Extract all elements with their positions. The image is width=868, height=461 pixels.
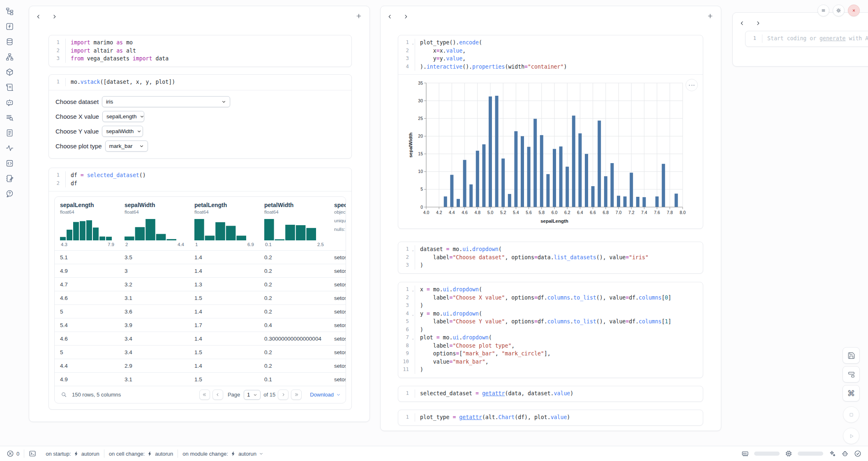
code-line[interactable]: 1selected_dataset = getattr(data, datase… [398, 390, 703, 398]
packages-icon[interactable] [5, 68, 14, 76]
y-value-select[interactable]: sepalWidth [102, 126, 143, 137]
code-cell-plot[interactable]: 1⌄plot_type().encode(2 x=x.value,3 y=y.v… [398, 35, 703, 229]
table-column-header[interactable]: sepalLengthfloat644.37.9 [55, 197, 119, 250]
table-column-header[interactable]: petalLengthfloat6416.9 [189, 197, 259, 250]
documentation-icon[interactable] [5, 83, 14, 92]
code-line[interactable]: 1plot_type = getattr(alt.Chart(df), plot… [398, 413, 703, 422]
keyboard-shortcuts-button[interactable]: ⌘ [843, 385, 860, 401]
code-line[interactable]: 4⌄y = mo.ui.dropdown( [398, 310, 703, 318]
code-line[interactable]: 2 label="Choose X value", options=df.col… [398, 294, 703, 302]
table-row[interactable]: 4.93.11.50.1setosa [55, 372, 346, 386]
code-line[interactable]: 1⌄x = mo.ui.dropdown( [398, 286, 703, 294]
table-column-header[interactable]: petalWidthfloat640.12.5 [259, 197, 329, 250]
check-circle-icon[interactable] [854, 450, 861, 457]
stop-button[interactable] [843, 406, 859, 423]
first-page-button[interactable] [199, 390, 210, 400]
code-line[interactable]: 2 x=x.value, [398, 47, 703, 55]
chevron-left-icon[interactable] [387, 14, 392, 19]
code-line[interactable]: 3) [398, 302, 703, 310]
scratchpad-icon[interactable] [5, 174, 14, 183]
prev-page-button[interactable] [212, 390, 223, 400]
plot-type-select[interactable]: mark_bar [105, 141, 148, 152]
functions-icon[interactable] [5, 22, 14, 31]
code-line[interactable]: 3 y=y.value, [398, 55, 703, 63]
tracing-icon[interactable] [5, 144, 14, 152]
gear-icon[interactable] [833, 5, 845, 16]
search-icon[interactable] [61, 392, 67, 398]
code-line[interactable]: 3from vega_datasets import data [49, 55, 351, 63]
code-line[interactable]: 2import altair as alt [49, 47, 351, 55]
run-button[interactable] [843, 428, 859, 444]
code-line[interactable]: 1⌄plot_type().encode( [398, 39, 703, 47]
code-cell-xy-plot-dropdowns[interactable]: 1⌄x = mo.ui.dropdown(2 label="Choose X v… [398, 282, 703, 378]
code-cell-dataset-dropdown[interactable]: 1⌄dataset = mo.ui.dropdown(2 label="Choo… [398, 242, 703, 274]
code-line[interactable]: 1import marimo as mo [49, 39, 351, 47]
code-line[interactable]: 2df [49, 180, 351, 188]
add-cell-icon[interactable] [707, 13, 713, 19]
download-button[interactable]: Download [310, 392, 341, 398]
menu-icon[interactable] [817, 5, 829, 16]
table-row[interactable]: 4.42.91.40.2setosa [55, 359, 346, 372]
code-line[interactable]: 1Start coding or generate with AI. [746, 35, 868, 43]
code-cell-imports[interactable]: 1import marimo as mo2import altair as al… [48, 35, 352, 67]
code-line[interactable]: 6) [398, 326, 703, 334]
add-cell-icon[interactable] [356, 13, 362, 19]
table-row[interactable]: 4.931.40.2setosa [55, 264, 346, 277]
bot-icon[interactable] [841, 450, 849, 457]
code-line[interactable]: 4).interactive().properties(width="conta… [398, 63, 703, 71]
code-cell-vstack[interactable]: 1mo.vstack([dataset, x, y, plot]) Choose… [48, 74, 352, 159]
chevron-right-icon[interactable] [52, 14, 57, 19]
dependency-graph-icon[interactable] [5, 53, 14, 61]
code-cell-selected-dataset[interactable]: 1selected_dataset = getattr(data, datase… [398, 386, 703, 402]
chevron-left-icon[interactable] [739, 20, 745, 25]
table-column-header[interactable]: speciesobjectunique:nulls: [329, 197, 346, 250]
dataset-select[interactable]: iris [102, 96, 230, 107]
variables-icon[interactable] [5, 113, 14, 122]
datasources-icon[interactable] [5, 37, 14, 46]
outline-icon[interactable] [5, 159, 14, 168]
table-row[interactable]: 5.13.51.40.2setosa [55, 250, 346, 264]
chevron-right-icon[interactable] [403, 14, 409, 19]
bar-chart[interactable]: 4.04.24.44.64.85.05.25.45.65.86.06.26.46… [404, 78, 686, 227]
next-page-button[interactable] [278, 390, 289, 400]
code-cell-dataframe[interactable]: 1df = selected_dataset()2df sepalLengthf… [48, 168, 352, 410]
code-line[interactable]: 1⌄dataset = mo.ui.dropdown( [398, 245, 703, 254]
code-line[interactable]: 7⌄plot = mo.ui.dropdown( [398, 334, 703, 342]
code-line[interactable]: 8 label="Choose plot type", [398, 342, 703, 350]
page-select[interactable]: 1 [244, 390, 261, 400]
file-tree-icon[interactable] [5, 7, 14, 16]
x-value-select[interactable]: sepalLength [102, 111, 144, 122]
on-module-change-setting[interactable]: on module change: autorun [182, 451, 263, 457]
code-line[interactable]: 3) [398, 261, 703, 270]
code-line[interactable]: 9 options=["mark_bar", "mark_circle"], [398, 350, 703, 358]
code-line[interactable]: 10 value="mark_bar", [398, 358, 703, 366]
last-page-button[interactable] [291, 390, 302, 400]
table-row[interactable]: 53.41.50.2setosa [55, 345, 346, 359]
help-icon[interactable] [5, 189, 14, 198]
sparkles-icon[interactable] [829, 450, 836, 457]
chat-icon[interactable] [5, 98, 14, 107]
code-line[interactable]: 1df = selected_dataset() [49, 171, 351, 180]
table-row[interactable]: 4.63.11.50.2setosa [55, 291, 346, 304]
table-column-header[interactable]: sepalWidthfloat6424.4 [119, 197, 189, 250]
chart-options-icon[interactable] [686, 79, 698, 91]
chevron-left-icon[interactable] [36, 14, 41, 19]
on-startup-setting[interactable]: on startup: autorun [46, 451, 99, 457]
table-row[interactable]: 53.61.40.2setosa [55, 304, 346, 318]
code-line[interactable]: 1mo.vstack([dataset, x, y, plot]) [49, 78, 351, 86]
code-line[interactable]: 11) [398, 366, 703, 374]
snippets-icon[interactable] [5, 129, 14, 137]
layout-button[interactable] [843, 366, 860, 383]
save-button[interactable] [843, 347, 860, 364]
code-cell-plot-type[interactable]: 1plot_type = getattr(alt.Chart(df), plot… [398, 410, 703, 426]
on-cell-change-setting[interactable]: on cell change: autorun [109, 451, 173, 457]
close-icon[interactable] [848, 5, 860, 16]
table-row[interactable]: 4.73.21.30.2setosa [55, 277, 346, 291]
table-row[interactable]: 5.43.91.70.4setosa [55, 318, 346, 332]
empty-code-cell[interactable]: 1Start coding or generate with AI. [745, 31, 868, 47]
chevron-right-icon[interactable] [755, 20, 761, 25]
error-count[interactable]: 0 [7, 450, 19, 457]
code-line[interactable]: 2 label="Choose dataset", options=data.l… [398, 254, 703, 262]
terminal-icon[interactable] [29, 450, 36, 457]
code-line[interactable]: 5 label="Choose Y value", options=df.col… [398, 318, 703, 326]
